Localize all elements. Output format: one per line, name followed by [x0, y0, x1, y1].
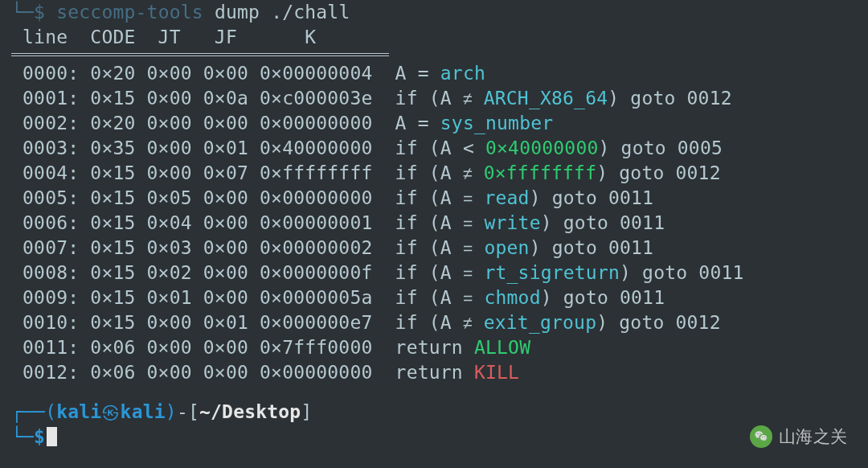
table-row: 0010: 0×15 0×00 0×01 0×000000e7 if (A ≠ …: [11, 310, 857, 335]
watermark-text: 山海之关: [779, 424, 847, 449]
table-row: 0001: 0×15 0×00 0×0a 0×c000003e if (A ≠ …: [11, 86, 857, 111]
table-row: 0002: 0×20 0×00 0×00 0×00000000 A = sys_…: [11, 111, 857, 136]
watermark: 山海之关: [750, 424, 847, 449]
terminal[interactable]: └─$ seccomp-tools dump ./chall line CODE…: [0, 0, 868, 450]
table-row: 0008: 0×15 0×02 0×00 0×0000000f if (A = …: [11, 261, 857, 285]
table-header: line CODE JT JF K: [11, 25, 857, 50]
table-row: 0006: 0×15 0×04 0×00 0×00000001 if (A = …: [11, 211, 857, 236]
table-row: 0009: 0×15 0×01 0×00 0×0000005a if (A = …: [11, 285, 857, 310]
table-row: 0000: 0×20 0×00 0×00 0×00000004 A = arch: [11, 61, 857, 86]
command-line: └─$ seccomp-tools dump ./chall: [11, 0, 857, 25]
table-row: 0011: 0×06 0×00 0×00 0×7fff0000 return A…: [11, 335, 857, 360]
divider: [11, 53, 389, 56]
shell-prompt: ┌──(kali㉿kali)-[~/Desktop]: [11, 400, 857, 425]
table-row: 0003: 0×35 0×00 0×01 0×40000000 if (A < …: [11, 136, 857, 161]
cursor-icon: [47, 427, 57, 446]
table-row: 0004: 0×15 0×00 0×07 0×ffffffff if (A ≠ …: [11, 161, 857, 186]
table-row: 0012: 0×06 0×00 0×00 0×00000000 return K…: [11, 360, 857, 385]
seccomp-table: 0000: 0×20 0×00 0×00 0×00000004 A = arch…: [11, 61, 857, 385]
table-row: 0005: 0×15 0×05 0×00 0×00000000 if (A = …: [11, 186, 857, 211]
wechat-icon: [750, 425, 772, 448]
table-row: 0007: 0×15 0×03 0×00 0×00000002 if (A = …: [11, 236, 857, 261]
shell-prompt-input[interactable]: └─$: [11, 425, 857, 450]
